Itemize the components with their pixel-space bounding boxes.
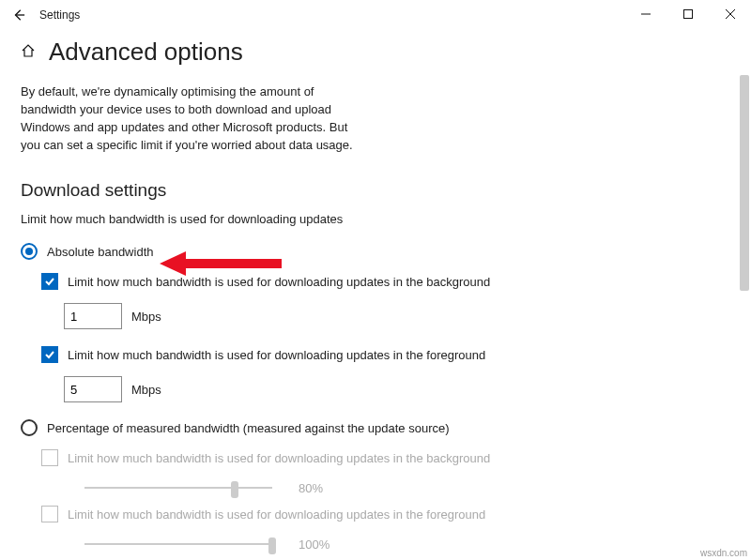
radio-absolute-bandwidth[interactable]: Absolute bandwidth: [21, 243, 730, 260]
foreground-mbps-input[interactable]: [64, 376, 122, 402]
app-title: Settings: [39, 8, 80, 22]
watermark: wsxdn.com: [700, 548, 747, 558]
svg-rect-1: [683, 10, 692, 19]
pct-foreground-slider: [84, 536, 272, 552]
maximize-icon: [683, 9, 693, 19]
checkmark-icon: [44, 276, 55, 287]
foreground-value-row: Mbps: [64, 376, 730, 402]
checkmark-icon: [44, 349, 55, 360]
maximize-button[interactable]: [667, 0, 709, 28]
close-button[interactable]: [709, 0, 751, 28]
radio-percentage-bandwidth[interactable]: Percentage of measured bandwidth (measur…: [21, 419, 730, 436]
pct-foreground-value: 100%: [299, 537, 330, 552]
radio-label: Percentage of measured bandwidth (measur…: [47, 421, 450, 435]
pct-background-value: 80%: [299, 481, 323, 495]
radio-label: Absolute bandwidth: [47, 245, 153, 259]
scrollbar[interactable]: [740, 75, 749, 291]
check-pct-background: Limit how much bandwidth is used for dow…: [41, 449, 730, 466]
check-pct-foreground: Limit how much bandwidth is used for dow…: [41, 506, 730, 522]
close-icon: [726, 9, 735, 19]
window-controls: [624, 0, 751, 28]
pct-foreground-slider-row: 100%: [84, 536, 730, 552]
page-description: By default, we're dynamically optimising…: [21, 83, 359, 154]
download-settings-heading: Download settings: [21, 180, 730, 201]
radio-icon: [21, 243, 38, 260]
background-mbps-input[interactable]: [64, 303, 122, 329]
content-area: Advanced options By default, we're dynam…: [0, 30, 751, 555]
download-settings-subtitle: Limit how much bandwidth is used for dow…: [21, 212, 730, 226]
check-limit-foreground[interactable]: Limit how much bandwidth is used for dow…: [41, 346, 730, 363]
page-header: Advanced options: [21, 38, 730, 67]
checkbox-label: Limit how much bandwidth is used for dow…: [68, 348, 485, 362]
checkbox-icon: [41, 346, 58, 363]
radio-icon: [21, 419, 38, 436]
checkbox-icon: [41, 449, 58, 466]
pct-background-slider: [84, 479, 272, 496]
background-unit-label: Mbps: [131, 310, 161, 324]
home-icon[interactable]: [21, 43, 36, 61]
checkbox-icon: [41, 506, 58, 522]
back-arrow-icon: [12, 8, 25, 22]
background-value-row: Mbps: [64, 303, 730, 329]
check-limit-background[interactable]: Limit how much bandwidth is used for dow…: [41, 273, 730, 290]
pct-background-slider-row: 80%: [84, 479, 730, 496]
page-title: Advanced options: [49, 38, 243, 67]
minimize-button[interactable]: [624, 0, 667, 28]
checkbox-label: Limit how much bandwidth is used for dow…: [68, 451, 490, 465]
checkbox-label: Limit how much bandwidth is used for dow…: [68, 507, 485, 522]
foreground-unit-label: Mbps: [131, 383, 161, 397]
checkbox-label: Limit how much bandwidth is used for dow…: [68, 275, 490, 289]
back-button[interactable]: [9, 6, 28, 24]
minimize-icon: [641, 9, 651, 19]
checkbox-icon: [41, 273, 58, 290]
